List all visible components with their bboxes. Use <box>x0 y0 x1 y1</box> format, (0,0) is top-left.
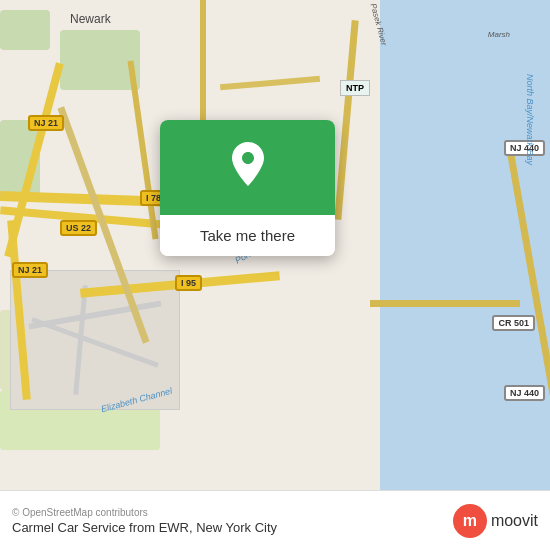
moovit-text: moovit <box>491 512 538 530</box>
road-badge-nj21-lower: NJ 21 <box>12 262 48 278</box>
popup-icon-area <box>160 120 335 215</box>
road-badge-nj440-lower: NJ 440 <box>504 385 545 401</box>
road-badge-nj21-upper: NJ 21 <box>28 115 64 131</box>
moovit-icon: m <box>453 504 487 538</box>
ntp-label: NTP <box>340 80 370 96</box>
take-me-there-button[interactable]: Take me there <box>160 215 335 256</box>
road-badge-i95: I 95 <box>175 275 202 291</box>
newark-label: Newark <box>70 12 111 26</box>
attribution-text: © OpenStreetMap contributors <box>12 507 453 518</box>
moovit-logo: m moovit <box>453 504 538 538</box>
north-bay-label: North Bay/Newark Bay <box>525 74 535 165</box>
marsh-label: Marsh <box>488 30 510 39</box>
bottom-bar: © OpenStreetMap contributors Carmel Car … <box>0 490 550 550</box>
road-badge-cr501: CR 501 <box>492 315 535 331</box>
map: NJ 21 NJ 21 I 78 US 22 I 95 NJ 440 CR 50… <box>0 0 550 490</box>
page-title: Carmel Car Service from EWR, New York Ci… <box>12 520 453 535</box>
location-pin-icon <box>226 142 270 194</box>
road-badge-us22: US 22 <box>60 220 97 236</box>
popup-card: Take me there <box>160 120 335 256</box>
